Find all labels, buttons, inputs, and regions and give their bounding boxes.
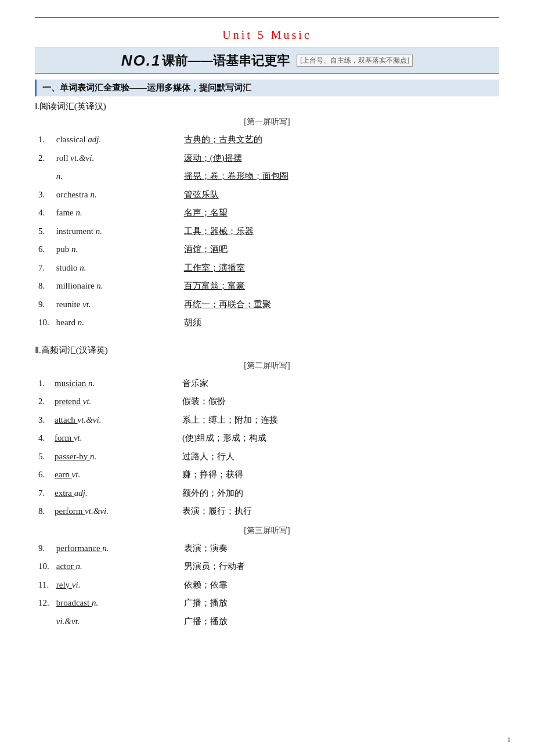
vocab-meaning: 表演；履行；执行 xyxy=(179,502,499,521)
vocab-word: instrument n. xyxy=(53,222,181,241)
table-row: 5.instrument n.工具；器械；乐器 xyxy=(35,222,499,241)
table-row: 1.classical adj.古典的；古典文艺的 xyxy=(35,131,499,149)
table-row: 8.perform vt.&vi.表演；履行；执行 xyxy=(35,502,499,521)
vocab-meaning: 广播；播放 xyxy=(181,594,499,613)
vocab-num: 3. xyxy=(35,186,53,204)
vocab-meaning: 额外的；外加的 xyxy=(179,484,499,503)
vocab-word: perform vt.&vi. xyxy=(51,502,179,521)
vocab-meaning: 古典的；古典文艺的 xyxy=(181,131,499,149)
vocab-num: 12. xyxy=(35,594,53,613)
vocab-word: classical adj. xyxy=(53,131,181,149)
table-row: 9.reunite vt.再统一；再联合；重聚 xyxy=(35,296,499,314)
vocab-word: earn vt. xyxy=(51,466,179,484)
vocab-meaning: 赚；挣得；获得 xyxy=(179,466,499,484)
no1-title-row: NO.1 课前——语基串记更牢 [上台号、自主练，双基落实不漏点] xyxy=(35,48,499,74)
vocab-meaning: 胡须 xyxy=(181,314,499,332)
vocab-table-3: 9.performance n.表演；演奏10.actor n.男演员；行动者1… xyxy=(35,539,499,631)
unit-title: Unit 5 Music xyxy=(35,28,499,42)
vocab-num: 4. xyxy=(35,429,51,448)
vocab-table-2: 1.musician n.音乐家2.pretend vt.假装；假扮3.atta… xyxy=(35,375,499,521)
vocab-num: 6. xyxy=(35,466,51,484)
table-row: 1.musician n.音乐家 xyxy=(35,375,499,393)
section-header: 一、单词表词汇全查验——运用多媒体，提问默写词汇 xyxy=(35,80,499,96)
vocab-meaning: 百万富翁；富豪 xyxy=(181,277,499,296)
vocab-num: 9. xyxy=(35,296,53,314)
vocab-meaning: 管弦乐队 xyxy=(181,186,499,204)
vocab-meaning: 过路人；行人 xyxy=(179,448,499,466)
vocab-word: musician n. xyxy=(51,375,179,393)
page-number: 1 xyxy=(507,735,511,744)
vocab-num xyxy=(35,167,53,186)
vocab-num: 10. xyxy=(35,557,53,576)
vocab-num: 3. xyxy=(35,411,51,430)
vocab-meaning: 摇晃；卷；卷形物；面包圈 xyxy=(181,167,499,186)
vocab-num: 7. xyxy=(35,484,51,503)
no1-bracket: [上台号、自主练，双基落实不漏点] xyxy=(297,55,413,67)
table-row: 6.pub n.酒馆；酒吧 xyxy=(35,240,499,259)
table-row: 2.pretend vt.假装；假扮 xyxy=(35,393,499,411)
vocab-num: 5. xyxy=(35,222,53,241)
table-row: 2.roll vt.&vi.滚动；(使)摇摆 xyxy=(35,149,499,168)
table-row: 8.millionaire n.百万富翁；富豪 xyxy=(35,277,499,296)
table-row: n.摇晃；卷；卷形物；面包圈 xyxy=(35,167,499,186)
vocab-meaning: (使)组成；形成；构成 xyxy=(179,429,499,448)
vocab-num: 5. xyxy=(35,448,51,466)
vocab-word: attach vt.&vi. xyxy=(51,411,179,430)
top-rule xyxy=(35,17,499,18)
vocab-num: 1. xyxy=(35,375,51,393)
table-row: 5.passer-by n.过路人；行人 xyxy=(35,448,499,466)
vocab-num: 8. xyxy=(35,277,53,296)
table-row: 10.actor n.男演员；行动者 xyxy=(35,557,499,576)
vocab-word: form vt. xyxy=(51,429,179,448)
vocab-word: performance n. xyxy=(53,539,181,558)
vocab-num: 1. xyxy=(35,131,53,149)
vocab-meaning: 工具；器械；乐器 xyxy=(181,222,499,241)
vocab-num: 9. xyxy=(35,539,53,558)
vocab-num: 10. xyxy=(35,314,53,332)
vocab-num: 8. xyxy=(35,502,51,521)
vocab-num: 11. xyxy=(35,576,53,595)
vocab-meaning: 滚动；(使)摇摆 xyxy=(181,149,499,168)
vocab-word: pretend vt. xyxy=(51,393,179,411)
vocab-word: studio n. xyxy=(53,259,181,278)
table-row: 4.form vt.(使)组成；形成；构成 xyxy=(35,429,499,448)
vocab-meaning: 名声；名望 xyxy=(181,204,499,222)
vocab-word: extra adj. xyxy=(51,484,179,503)
subsection1: Ⅰ.阅读词汇(英译汉) xyxy=(35,101,499,112)
vocab-meaning: 酒馆；酒吧 xyxy=(181,240,499,259)
vocab-num: 7. xyxy=(35,259,53,278)
table-row: 7.extra adj.额外的；外加的 xyxy=(35,484,499,503)
vocab-word: rely vi. xyxy=(53,576,181,595)
table-row: 3.orchestra n.管弦乐队 xyxy=(35,186,499,204)
table-row: 7.studio n.工作室；演播室 xyxy=(35,259,499,278)
vocab-word: orchestra n. xyxy=(53,186,181,204)
vocab-num xyxy=(35,613,53,631)
subsection2: Ⅱ.高频词汇(汉译英) xyxy=(35,345,499,356)
table-row: 4.fame n.名声；名望 xyxy=(35,204,499,222)
vocab-word: millionaire n. xyxy=(53,277,181,296)
vocab-word: n. xyxy=(53,167,181,186)
table-row: 3.attach vt.&vi.系上；缚上；附加；连接 xyxy=(35,411,499,430)
vocab-meaning: 假装；假扮 xyxy=(179,393,499,411)
listen-label-1: [第一屏听写] xyxy=(35,117,499,127)
vocab-meaning: 广播；播放 xyxy=(181,613,499,631)
listen-label-2: [第二屏听写] xyxy=(35,361,499,371)
no1-title: 课前——语基串记更牢 xyxy=(162,52,290,70)
vocab-meaning: 再统一；再联合；重聚 xyxy=(181,296,499,314)
table-row: 12.broadcast n.广播；播放 xyxy=(35,594,499,613)
table-row: 9.performance n.表演；演奏 xyxy=(35,539,499,558)
vocab-word: actor n. xyxy=(53,557,181,576)
no1-prefix: NO.1 xyxy=(121,52,161,70)
vocab-meaning: 依赖；依靠 xyxy=(181,576,499,595)
vocab-meaning: 系上；缚上；附加；连接 xyxy=(179,411,499,430)
vocab-meaning: 男演员；行动者 xyxy=(181,557,499,576)
table-row: vi.&vt.广播；播放 xyxy=(35,613,499,631)
vocab-word: broadcast n. xyxy=(53,594,181,613)
vocab-table-1: 1.classical adj.古典的；古典文艺的2.roll vt.&vi.滚… xyxy=(35,131,499,332)
vocab-word: reunite vt. xyxy=(53,296,181,314)
vocab-word: fame n. xyxy=(53,204,181,222)
table-row: 10.beard n.胡须 xyxy=(35,314,499,332)
listen-label-3: [第三屏听写] xyxy=(35,525,499,536)
vocab-meaning: 表演；演奏 xyxy=(181,539,499,558)
vocab-word: vi.&vt. xyxy=(53,613,181,631)
